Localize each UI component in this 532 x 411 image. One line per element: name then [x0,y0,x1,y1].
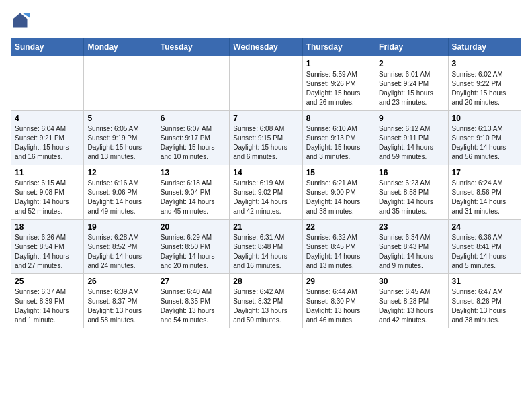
day-number: 13 [161,168,226,177]
calendar-cell: 15Sunrise: 6:21 AM Sunset: 9:00 PM Dayli… [302,165,375,220]
calendar-cell [11,56,84,111]
calendar-cell: 3Sunrise: 6:02 AM Sunset: 9:22 PM Daylig… [448,56,521,111]
calendar-cell [84,56,157,111]
day-number: 5 [87,113,152,123]
calendar-cell [230,56,302,111]
day-number: 26 [87,277,152,286]
day-info: Sunrise: 6:05 AM Sunset: 9:19 PM Dayligh… [87,124,152,162]
day-info: Sunrise: 6:24 AM Sunset: 8:56 PM Dayligh… [452,179,517,216]
calendar-cell: 11Sunrise: 6:15 AM Sunset: 9:08 PM Dayli… [11,165,84,220]
calendar-cell: 16Sunrise: 6:23 AM Sunset: 8:58 PM Dayli… [375,165,448,220]
day-number: 7 [233,113,298,123]
day-info: Sunrise: 6:42 AM Sunset: 8:32 PM Dayligh… [233,287,298,325]
calendar-day-header: Friday [375,38,448,56]
day-number: 2 [379,59,444,68]
day-number: 30 [379,277,444,286]
day-number: 15 [306,168,371,177]
calendar-cell: 31Sunrise: 6:47 AM Sunset: 8:26 PM Dayli… [448,274,521,328]
calendar-cell: 13Sunrise: 6:18 AM Sunset: 9:04 PM Dayli… [157,165,229,220]
day-number: 25 [15,277,80,286]
calendar-week-row: 11Sunrise: 6:15 AM Sunset: 9:08 PM Dayli… [11,165,521,220]
day-number: 27 [161,277,226,286]
day-number: 21 [233,222,298,232]
calendar-cell: 4Sunrise: 6:04 AM Sunset: 9:21 PM Daylig… [11,111,84,165]
day-info: Sunrise: 6:10 AM Sunset: 9:13 PM Dayligh… [306,124,371,162]
day-info: Sunrise: 6:15 AM Sunset: 9:08 PM Dayligh… [15,179,80,216]
day-number: 24 [452,222,517,232]
day-info: Sunrise: 6:32 AM Sunset: 8:45 PM Dayligh… [306,233,371,271]
calendar-cell: 20Sunrise: 6:29 AM Sunset: 8:50 PM Dayli… [157,220,229,274]
day-number: 23 [379,222,444,232]
day-number: 10 [452,113,517,123]
calendar-cell: 1Sunrise: 5:59 AM Sunset: 9:26 PM Daylig… [302,56,375,111]
day-number: 28 [233,277,298,286]
day-info: Sunrise: 6:04 AM Sunset: 9:21 PM Dayligh… [15,124,80,162]
day-info: Sunrise: 6:29 AM Sunset: 8:50 PM Dayligh… [161,233,226,271]
day-number: 3 [452,59,517,68]
calendar-body: 1Sunrise: 5:59 AM Sunset: 9:26 PM Daylig… [11,56,521,328]
day-info: Sunrise: 5:59 AM Sunset: 9:26 PM Dayligh… [306,70,371,107]
calendar-table: SundayMondayTuesdayWednesdayThursdayFrid… [11,38,521,328]
day-number: 6 [161,113,226,123]
day-info: Sunrise: 6:26 AM Sunset: 8:54 PM Dayligh… [15,233,80,271]
day-number: 12 [87,168,152,177]
day-number: 16 [379,168,444,177]
day-info: Sunrise: 6:19 AM Sunset: 9:02 PM Dayligh… [233,179,298,216]
calendar-week-row: 18Sunrise: 6:26 AM Sunset: 8:54 PM Dayli… [11,220,521,274]
day-info: Sunrise: 6:01 AM Sunset: 9:24 PM Dayligh… [379,70,444,107]
day-info: Sunrise: 6:21 AM Sunset: 9:00 PM Dayligh… [306,179,371,216]
calendar-cell: 18Sunrise: 6:26 AM Sunset: 8:54 PM Dayli… [11,220,84,274]
day-number: 8 [306,113,371,123]
calendar-week-row: 4Sunrise: 6:04 AM Sunset: 9:21 PM Daylig… [11,111,521,165]
calendar-cell: 27Sunrise: 6:40 AM Sunset: 8:35 PM Dayli… [157,274,229,328]
calendar-cell: 7Sunrise: 6:08 AM Sunset: 9:15 PM Daylig… [230,111,302,165]
calendar-cell: 2Sunrise: 6:01 AM Sunset: 9:24 PM Daylig… [375,56,448,111]
calendar-cell: 23Sunrise: 6:34 AM Sunset: 8:43 PM Dayli… [375,220,448,274]
day-info: Sunrise: 6:13 AM Sunset: 9:10 PM Dayligh… [452,124,517,162]
calendar-cell: 6Sunrise: 6:07 AM Sunset: 9:17 PM Daylig… [157,111,229,165]
calendar-header-row: SundayMondayTuesdayWednesdayThursdayFrid… [11,38,521,56]
day-number: 1 [306,59,371,68]
calendar-cell: 21Sunrise: 6:31 AM Sunset: 8:48 PM Dayli… [230,220,302,274]
calendar-cell: 9Sunrise: 6:12 AM Sunset: 9:11 PM Daylig… [375,111,448,165]
calendar-cell: 30Sunrise: 6:45 AM Sunset: 8:28 PM Dayli… [375,274,448,328]
calendar-cell [157,56,229,111]
calendar-day-header: Monday [84,38,157,56]
calendar-day-header: Wednesday [230,38,302,56]
day-number: 22 [306,222,371,232]
svg-marker-0 [13,13,28,28]
day-info: Sunrise: 6:37 AM Sunset: 8:39 PM Dayligh… [15,287,80,325]
calendar-day-header: Saturday [448,38,521,56]
day-info: Sunrise: 6:47 AM Sunset: 8:26 PM Dayligh… [452,287,517,325]
logo-icon [11,11,30,30]
day-info: Sunrise: 6:16 AM Sunset: 9:06 PM Dayligh… [87,179,152,216]
day-info: Sunrise: 6:28 AM Sunset: 8:52 PM Dayligh… [87,233,152,271]
calendar-cell: 12Sunrise: 6:16 AM Sunset: 9:06 PM Dayli… [84,165,157,220]
day-info: Sunrise: 6:23 AM Sunset: 8:58 PM Dayligh… [379,179,444,216]
day-number: 19 [87,222,152,232]
calendar-cell: 19Sunrise: 6:28 AM Sunset: 8:52 PM Dayli… [84,220,157,274]
day-info: Sunrise: 6:36 AM Sunset: 8:41 PM Dayligh… [452,233,517,271]
calendar-day-header: Thursday [302,38,375,56]
day-info: Sunrise: 6:34 AM Sunset: 8:43 PM Dayligh… [379,233,444,271]
day-number: 4 [15,113,80,123]
calendar-cell: 22Sunrise: 6:32 AM Sunset: 8:45 PM Dayli… [302,220,375,274]
calendar-cell: 29Sunrise: 6:44 AM Sunset: 8:30 PM Dayli… [302,274,375,328]
day-info: Sunrise: 6:08 AM Sunset: 9:15 PM Dayligh… [233,124,298,162]
day-info: Sunrise: 6:44 AM Sunset: 8:30 PM Dayligh… [306,287,371,325]
calendar-cell: 5Sunrise: 6:05 AM Sunset: 9:19 PM Daylig… [84,111,157,165]
day-info: Sunrise: 6:18 AM Sunset: 9:04 PM Dayligh… [161,179,226,216]
calendar-week-row: 25Sunrise: 6:37 AM Sunset: 8:39 PM Dayli… [11,274,521,328]
day-number: 11 [15,168,80,177]
day-number: 29 [306,277,371,286]
day-info: Sunrise: 6:40 AM Sunset: 8:35 PM Dayligh… [161,287,226,325]
day-number: 14 [233,168,298,177]
calendar-day-header: Tuesday [157,38,229,56]
calendar-cell: 28Sunrise: 6:42 AM Sunset: 8:32 PM Dayli… [230,274,302,328]
calendar-cell: 17Sunrise: 6:24 AM Sunset: 8:56 PM Dayli… [448,165,521,220]
day-info: Sunrise: 6:31 AM Sunset: 8:48 PM Dayligh… [233,233,298,271]
day-number: 17 [452,168,517,177]
day-info: Sunrise: 6:12 AM Sunset: 9:11 PM Dayligh… [379,124,444,162]
day-number: 9 [379,113,444,123]
calendar-cell: 14Sunrise: 6:19 AM Sunset: 9:02 PM Dayli… [230,165,302,220]
